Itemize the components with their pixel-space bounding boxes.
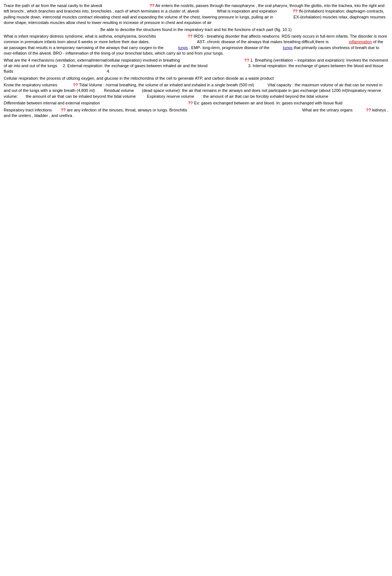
paragraph-irds: What is infant respiratory distress synd… [4, 34, 388, 56]
question-rti: Respiratory tract infections [4, 108, 52, 112]
answer-tidal: Tidal Volume : normal breathing, the vol… [79, 83, 254, 87]
link-inflammation-1[interactable]: inflammation [349, 39, 372, 44]
answer-cellular: Cellular respiration: the process of uti… [4, 76, 274, 80]
question-mechanisms: What are the 4 mechanisms (ventilation, … [4, 58, 180, 62]
qmark-8: ?? [366, 108, 371, 112]
paragraph-mechanisms: What are the 4 mechanisms (ventilation, … [4, 58, 388, 75]
answer-erv-label: Expiratory reserve volume [147, 94, 194, 99]
paragraph-volumes: Know the respiratory volumes ?? Tidal Vo… [4, 82, 388, 99]
qmark-6: ?? [188, 101, 193, 105]
main-content: Trace the path of air from the nasal cav… [4, 3, 388, 118]
link-lungs-1[interactable]: lungs [178, 45, 188, 50]
qmark-7: ?? [61, 108, 66, 112]
answer-erv: : the amount of air that can be forcibly… [201, 94, 328, 99]
qmark-1: ?? [149, 3, 154, 8]
paragraph-structures: Be able to describe the structures found… [4, 27, 388, 32]
answer-rti: are any infection of the sinuses, throat… [67, 108, 187, 112]
question-urinary: What are the urinary organs [302, 108, 353, 112]
qmark-2: ?? [293, 9, 298, 13]
question-irds: What is infant respiratory distress synd… [4, 34, 156, 38]
qmark-3: ?? [188, 34, 192, 38]
question-inspiration: What is inspiration and expiration [217, 9, 277, 13]
answer-residual: Residual volume [104, 88, 134, 93]
paragraph-cellular: Cellular respiration: the process of uti… [4, 76, 388, 81]
question-volumes: Know the respiratory volumes [4, 83, 57, 87]
answer-mechanisms-4: 4. [107, 69, 110, 73]
paragraph-rti: Respiratory tract infections ?? are any … [4, 107, 388, 119]
answer-mechanisms-2: 2. External respiration: the exchange of… [63, 63, 207, 68]
qmark-5: ?? [73, 83, 78, 87]
paragraph-differentiate: Differentiate between internal and exter… [4, 100, 388, 106]
answer-ast-1: AST- chronic disease of the airways that… [197, 39, 329, 44]
answer-differentiate: Ex: gases exchanged between air and bloo… [194, 101, 343, 105]
answer-emp: . EMP- long-term, progressive disease of… [189, 45, 269, 50]
question-structures: Be able to describe the structures found… [100, 27, 292, 32]
paragraph-air-path: Trace the path of air from the nasal cav… [4, 3, 388, 26]
question-air-path: Trace the path of air from the nasal cav… [4, 3, 102, 8]
question-differentiate: Differentiate between internal and exter… [4, 101, 100, 105]
answer-irv: the amount of air that can be inhaled be… [26, 94, 136, 99]
link-lungs-2[interactable]: lungs [283, 45, 292, 50]
qmark-4: ?? [244, 58, 249, 62]
